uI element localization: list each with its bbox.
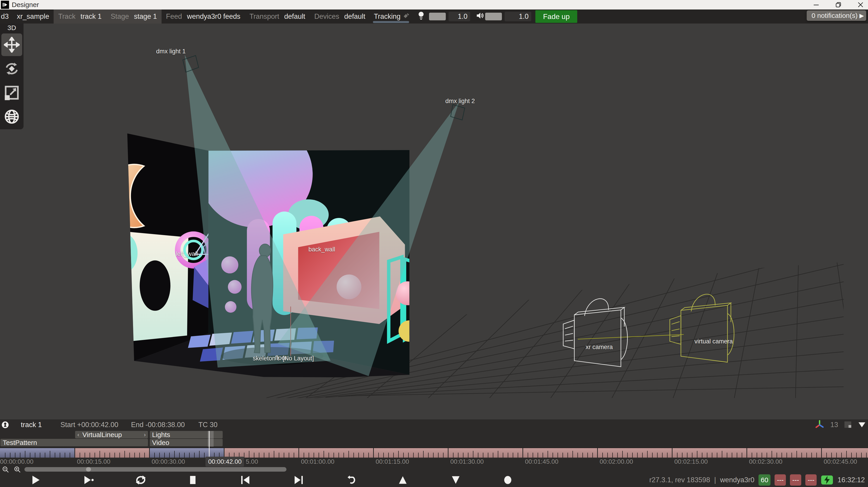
play-section-button[interactable] [82,474,95,486]
play-button[interactable] [29,474,42,486]
ruler-tick [423,451,424,458]
ruler-tick [861,453,862,458]
ruler-tick [159,453,160,458]
back-wall-label[interactable]: back_wall [308,246,335,253]
virtual-camera-label[interactable]: virtual camera [694,338,733,345]
ruler-section[interactable] [149,448,224,458]
ruler-tick [134,453,135,458]
left-wall-label[interactable]: left_wall [176,251,198,258]
ruler-tick [60,453,60,458]
ruler-tick [50,451,50,458]
ruler-section[interactable] [299,448,373,458]
ruler-section[interactable] [747,448,822,458]
ruler-section[interactable] [0,448,75,458]
ruler-tick [309,453,309,458]
return-to-start-button[interactable] [345,474,359,486]
next-section-button[interactable] [292,474,306,486]
layer-view-icon[interactable] [844,421,852,429]
track-name[interactable]: track 1 [21,421,42,429]
stage-3d-viewport[interactable] [0,24,868,419]
dmx-light-1-label[interactable]: dmx light 1 [156,48,186,55]
timeline-ruler[interactable] [0,448,868,458]
window-title-bar: Designer [0,0,868,9]
loop-section-button[interactable] [134,474,148,486]
ruler-section[interactable] [448,448,523,458]
layer-block-virtuallineup[interactable]: ‹VirtualLineup› [75,431,148,439]
move-down-button[interactable] [449,474,463,486]
ruler-tick [90,453,90,458]
menu-transport-selector[interactable]: Transport default [245,9,310,24]
section-boundary [597,448,598,458]
ruler-section[interactable] [672,448,747,458]
ruler-section[interactable] [75,448,149,458]
ruler-tick [339,453,339,458]
ruler-tick [433,453,434,458]
ruler-tick [533,453,533,458]
ruler-time-label: 00:00:15.00 [77,458,111,465]
xr-camera-object[interactable] [563,299,627,367]
occluded-ruler-label: 5.00 [246,458,258,465]
ruler-tick [393,453,394,458]
ruler-tick [294,453,294,458]
menu-d3[interactable]: d3 [0,9,12,24]
menu-track-selector[interactable]: Track track 1 [54,9,106,24]
ruler-tick [483,453,483,458]
ruler-section[interactable] [373,448,448,458]
record-button[interactable] [501,474,515,486]
track-keyhole-icon [1,421,9,429]
master-brightness-slider[interactable] [429,13,446,20]
section-boundary [746,448,747,458]
master-brightness-value[interactable]: 1.0 [448,12,470,21]
move-tool-button[interactable] [1,33,22,56]
menu-tracking[interactable]: Tracking [370,9,411,24]
ruler-section[interactable] [224,448,299,458]
stop-button[interactable] [186,474,199,486]
view-mode-label[interactable]: 3D [0,24,24,32]
timeline-indicator-value[interactable]: 13 [831,421,838,429]
rotate-tool-button[interactable] [1,58,22,80]
previous-section-button[interactable] [239,474,252,486]
layer-nav-right-icon[interactable]: › [144,432,146,438]
ruler-tick [493,453,493,458]
zoom-out-icon[interactable] [2,466,9,473]
playhead-time-readout[interactable]: 00:00:42.00 [206,457,244,467]
timeline-scrollbar[interactable] [25,467,286,472]
zoom-in-icon[interactable] [14,466,21,473]
scale-tool-button[interactable] [1,82,22,104]
master-volume-slider[interactable] [485,13,502,20]
layer-nav-left-icon[interactable]: ‹ [78,432,79,438]
ruler-tick [752,453,752,458]
virtual-camera-object[interactable] [670,294,734,362]
ruler-tick [677,453,678,458]
globe-tool-button[interactable] [1,105,22,128]
xr-camera-label[interactable]: xr camera [586,344,613,351]
ruler-tick [184,453,185,458]
ruler-section[interactable] [523,448,597,458]
menu-feed-selector[interactable]: Feed wendya3r0 feeds [161,9,245,24]
close-button[interactable] [857,1,864,9]
menu-project[interactable]: xr_sample [12,9,54,24]
minimize-button[interactable] [812,1,820,9]
fade-up-button[interactable]: Fade up [535,10,577,23]
restore-button[interactable] [835,1,842,9]
dmx-light-2-label[interactable]: dmx light 2 [445,98,475,105]
menu-devices-selector[interactable]: Devices default [310,9,370,24]
layer-label: Lights [152,431,170,439]
playhead-line[interactable] [209,431,210,457]
ruler-tick [413,453,414,458]
ruler-tick [622,451,623,458]
d3-logo-icon [1,1,9,9]
move-up-button[interactable] [396,474,409,486]
ruler-tick [572,451,573,458]
section-boundary [224,448,224,458]
ruler-time-label: 00:02:15.00 [674,458,708,465]
notifications-button[interactable]: 0 notification(s) ▶ [807,10,866,21]
master-volume-value[interactable]: 1.0 [505,12,531,21]
timeline-scrollbar-handle[interactable] [86,467,91,472]
axis-gizmo-icon[interactable] [815,420,825,430]
collapse-timeline-icon[interactable] [858,422,866,428]
ruler-tick [498,451,498,458]
ruler-section[interactable] [597,448,672,458]
menu-stage-selector[interactable]: Stage stage 1 [106,9,161,24]
layer-block-testpattern[interactable]: TestPattern [0,439,148,446]
